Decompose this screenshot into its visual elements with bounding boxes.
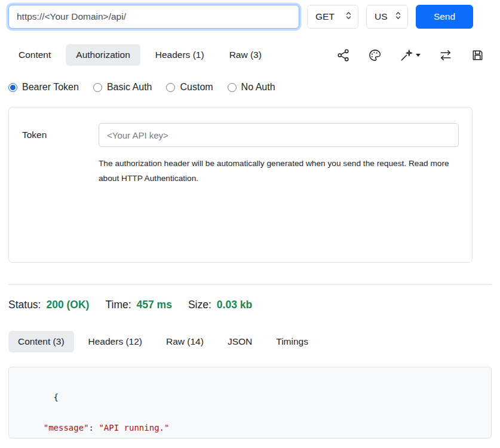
url-input[interactable] — [8, 5, 299, 29]
bearer-token-panel: Token The authorization header will be a… — [8, 107, 473, 263]
token-input[interactable] — [99, 123, 459, 147]
region-select[interactable]: US — [366, 5, 408, 29]
api-client-page: GET US Send Content Authorization Header… — [0, 0, 500, 438]
json-brace-open: { — [54, 392, 59, 402]
resp-tab-headers[interactable]: Headers (12) — [79, 331, 152, 352]
radio-unselected-icon — [166, 83, 175, 92]
resp-tab-raw[interactable]: Raw (14) — [157, 331, 213, 352]
json-value: "API running." — [99, 423, 169, 432]
request-bar: GET US Send — [8, 5, 492, 29]
save-icon[interactable] — [471, 48, 484, 62]
time-value: 457 ms — [137, 299, 172, 311]
radio-label: Bearer Token — [22, 82, 79, 93]
tab-authorization[interactable]: Authorization — [66, 44, 140, 66]
resp-tab-content[interactable]: Content (3) — [8, 331, 74, 352]
json-indent — [23, 423, 44, 432]
status-value: 200 (OK) — [46, 299, 89, 311]
token-label: Token — [22, 130, 99, 140]
swap-arrows-icon[interactable] — [438, 48, 453, 62]
status-label: Status: — [8, 299, 41, 311]
method-select-value: GET — [315, 11, 335, 22]
radio-no-auth[interactable]: No Auth — [228, 82, 275, 93]
auth-type-options: Bearer Token Basic Auth Custom No Auth — [8, 82, 492, 93]
updown-chevron-icon — [394, 10, 402, 23]
radio-selected-icon — [8, 83, 17, 92]
section-divider — [8, 284, 492, 285]
share-icon[interactable] — [336, 48, 350, 62]
status-group: Status: 200 (OK) — [8, 299, 89, 311]
size-value: 0.03 kb — [217, 299, 252, 311]
radio-unselected-icon — [93, 83, 102, 92]
response-tabs: Content (3) Headers (12) Raw (14) JSON T… — [8, 331, 492, 352]
tab-content[interactable]: Content — [8, 44, 61, 66]
request-toolbar — [336, 48, 492, 62]
response-status-row: Status: 200 (OK) Time: 457 ms Size: 0.03… — [8, 299, 492, 311]
method-select[interactable]: GET — [307, 5, 358, 29]
radio-label: Basic Auth — [107, 82, 152, 93]
updown-chevron-icon — [345, 10, 352, 23]
palette-icon[interactable] — [368, 48, 382, 62]
resp-tab-timings[interactable]: Timings — [266, 331, 318, 352]
response-body-panel[interactable]: { "message": "API running." } — [8, 367, 492, 438]
time-group: Time: 457 ms — [105, 299, 171, 311]
radio-custom[interactable]: Custom — [166, 82, 213, 93]
json-line: { — [23, 375, 477, 421]
radio-label: No Auth — [241, 82, 275, 93]
region-select-value: US — [375, 11, 388, 22]
radio-basic-auth[interactable]: Basic Auth — [93, 82, 152, 93]
send-button[interactable]: Send — [416, 5, 473, 29]
resp-tab-json[interactable]: JSON — [218, 331, 262, 352]
chevron-down-icon — [416, 54, 421, 57]
token-row: Token — [22, 123, 459, 147]
magic-wand-icon[interactable] — [400, 48, 421, 62]
json-key: "message" — [44, 423, 89, 432]
request-tabs: Content Authorization Headers (1) Raw (3… — [8, 44, 492, 66]
size-group: Size: 0.03 kb — [188, 299, 252, 311]
tab-raw[interactable]: Raw (3) — [219, 44, 272, 66]
radio-bearer-token[interactable]: Bearer Token — [8, 82, 79, 93]
time-label: Time: — [105, 299, 131, 311]
size-label: Size: — [188, 299, 211, 311]
json-separator: : — [89, 423, 99, 432]
json-line: "message": "API running." — [23, 421, 477, 448]
radio-unselected-icon — [228, 83, 237, 92]
tab-headers[interactable]: Headers (1) — [145, 44, 214, 66]
radio-label: Custom — [180, 82, 213, 93]
token-help-text: The authorization header will be automat… — [99, 156, 450, 186]
